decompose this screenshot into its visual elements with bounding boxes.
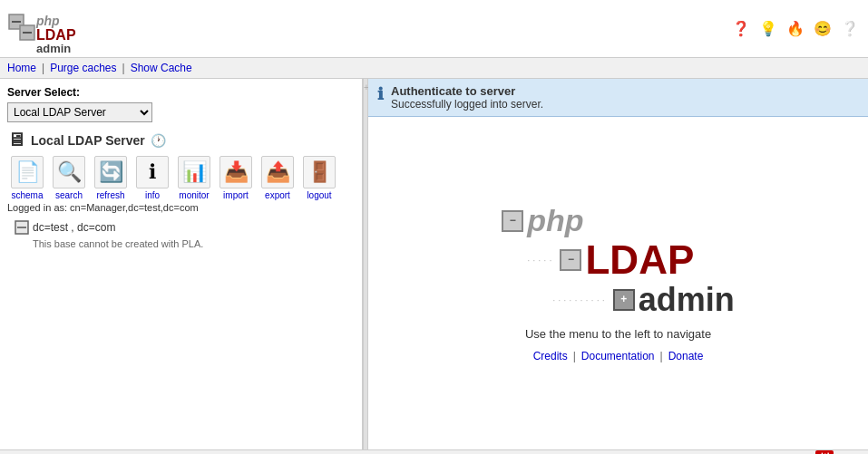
toolbar-logout[interactable]: 🚪 logout <box>299 156 339 200</box>
server-title: 🖥 Local LDAP Server 🕐 <box>7 130 355 150</box>
logo-area: − php ····· − LDAP ·········· + admin <box>368 117 868 449</box>
info-label: info <box>145 190 160 200</box>
toolbar: 📄 schema 🔍 search 🔄 refresh ℹ info 📊 mon… <box>7 156 355 200</box>
monitor-icon: 📊 <box>178 156 210 188</box>
toolbar-info[interactable]: ℹ info <box>132 156 172 200</box>
lightbulb-icon[interactable]: 💡 <box>757 18 779 40</box>
monitor-label: monitor <box>179 190 209 200</box>
toolbar-schema[interactable]: 📄 schema <box>7 156 47 200</box>
smiley-icon[interactable]: 😊 <box>812 18 834 40</box>
tree-node-icon <box>15 220 29 235</box>
main: Server Select: Local LDAP Server 🖥 Local… <box>0 79 868 449</box>
tree-item[interactable]: dc=test , dc=com <box>15 220 355 235</box>
toolbar-export[interactable]: 📤 export <box>258 156 297 200</box>
help-icon[interactable]: ❓ <box>730 18 752 40</box>
toolbar-import[interactable]: 📥 import <box>216 156 256 200</box>
nav-purge-caches[interactable]: Purge caches <box>50 62 116 74</box>
big-admin-text: admin <box>639 282 735 318</box>
footer-donate[interactable]: Donate <box>668 350 704 362</box>
nav-sep-1: | <box>42 62 44 74</box>
navbar: Home | Purge caches | Show Cache <box>0 58 868 79</box>
toolbar-search[interactable]: 🔍 search <box>49 156 89 200</box>
info-circle-icon: ℹ <box>377 86 384 102</box>
footer-sep-1: | <box>573 350 576 362</box>
search-label: search <box>55 190 83 200</box>
nav-show-cache[interactable]: Show Cache <box>131 62 192 74</box>
tree-label: dc=test , dc=com <box>33 221 115 234</box>
refresh-icon: 🔄 <box>94 156 127 188</box>
server-title-text: Local LDAP Server <box>31 133 145 148</box>
footer-sep-2: | <box>660 350 663 362</box>
dots-1: ····· <box>527 255 554 266</box>
server-select[interactable]: Local LDAP Server <box>7 102 152 122</box>
big-logo-row2: ····· − LDAP <box>527 238 694 282</box>
header-icons: ❓ 💡 🔥 😊 ❔ <box>730 18 861 40</box>
info-icon: ℹ <box>136 156 169 188</box>
info-title: Authenticate to server <box>391 84 543 98</box>
tree-note: This base cannot be created with PLA. <box>33 238 355 249</box>
logged-in-as: Logged in as: cn=Manager,dc=test,dc=com <box>7 202 355 213</box>
minus-box-1: − <box>502 210 523 232</box>
footer-links: Credits | Documentation | Donate <box>533 350 704 362</box>
export-icon: 📤 <box>261 156 294 188</box>
toolbar-monitor[interactable]: 📊 monitor <box>174 156 214 200</box>
logo-image: php LDAP admin <box>7 5 116 53</box>
nav-sep-2: | <box>122 62 125 74</box>
server-icon: 🖥 <box>7 130 25 150</box>
fire-icon[interactable]: 🔥 <box>785 18 806 40</box>
schema-icon: 📄 <box>11 156 44 188</box>
svg-text:php: php <box>35 14 60 28</box>
clock-icon: 🕐 <box>151 133 166 148</box>
navigate-text: Use the menu to the left to navigate <box>525 327 711 341</box>
logout-icon: 🚪 <box>303 156 336 188</box>
big-logo-row1: − php <box>502 204 583 237</box>
server-select-label: Server Select: <box>7 86 355 99</box>
info-sub: Successfully logged into server. <box>391 98 543 111</box>
schema-label: schema <box>11 190 43 200</box>
plus-box: + <box>613 289 635 311</box>
big-ldap-text: LDAP <box>585 238 694 282</box>
bottom-logo-wrap: 川 编程网 <box>815 450 864 454</box>
toolbar-refresh[interactable]: 🔄 refresh <box>91 156 131 200</box>
footer-credits[interactable]: Credits <box>533 350 568 362</box>
right-panel: ℹ Authenticate to server Successfully lo… <box>368 79 868 449</box>
logout-label: logout <box>307 190 331 200</box>
left-panel: Server Select: Local LDAP Server 🖥 Local… <box>0 79 363 449</box>
logo: php LDAP admin <box>7 5 116 53</box>
footer-documentation[interactable]: Documentation <box>581 350 655 362</box>
header: php LDAP admin ❓ 💡 🔥 😊 ❔ <box>0 0 868 58</box>
refresh-label: refresh <box>96 190 124 200</box>
minus-box-2: − <box>560 249 581 271</box>
nav-home[interactable]: Home <box>7 62 36 74</box>
svg-text:LDAP: LDAP <box>36 27 76 43</box>
export-label: export <box>265 190 290 200</box>
big-php-text: php <box>527 204 583 237</box>
import-label: import <box>223 190 249 200</box>
bottom-bar: 川 编程网 <box>0 449 868 454</box>
big-logo: − php ····· − LDAP ·········· + admin <box>502 204 735 317</box>
svg-text:admin: admin <box>36 42 71 53</box>
question-icon[interactable]: ❔ <box>839 18 861 40</box>
info-bar: ℹ Authenticate to server Successfully lo… <box>368 79 868 117</box>
server-select-wrap: Local LDAP Server <box>7 102 355 122</box>
big-logo-row3: ·········· + admin <box>552 282 735 318</box>
info-content: Authenticate to server Successfully logg… <box>391 84 543 111</box>
dots-2: ·········· <box>552 295 608 305</box>
search-icon: 🔍 <box>53 156 85 188</box>
bottom-logo-icon: 川 <box>815 450 834 454</box>
import-icon: 📥 <box>219 156 252 188</box>
